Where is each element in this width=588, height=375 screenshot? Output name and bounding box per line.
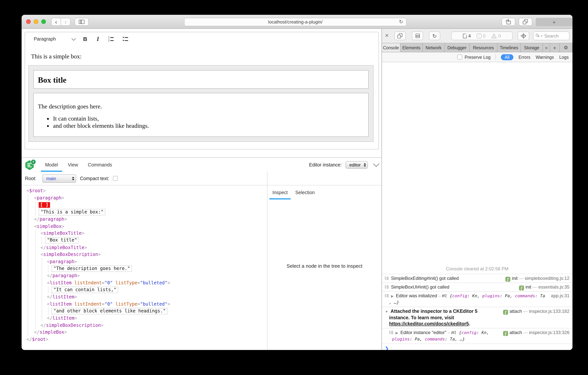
sidebar-button[interactable] (75, 18, 89, 26)
devtools-tab-network[interactable]: Network (423, 43, 445, 52)
tree-node-simpleBox[interactable]: <simpleBox> (21, 223, 267, 230)
simple-box-description[interactable]: The description goes here. It can contai… (33, 93, 369, 137)
reload-icon[interactable]: ↻ (399, 19, 403, 25)
console-row[interactable]: ▶Editor was initialized – Hl {config: Kn… (382, 291, 572, 307)
tree-node-$root[interactable]: <$root> (21, 187, 267, 194)
close-window-button[interactable] (26, 19, 31, 24)
disclosure-triangle-icon[interactable]: ▶ (391, 293, 394, 299)
paragraph-style-dropdown[interactable]: Paragraph (34, 36, 56, 42)
dock-to-bottom-button[interactable] (412, 32, 423, 40)
text-node[interactable]: "This is a simple box:" (39, 209, 105, 215)
inspector-tab-view[interactable]: View (63, 158, 83, 172)
devtools-reload-button[interactable]: ↻ (429, 32, 440, 40)
simple-box-title[interactable]: Box title (33, 70, 369, 89)
scope-filter-all[interactable]: All (501, 54, 513, 60)
italic-button[interactable]: I (97, 35, 99, 42)
new-tab-button[interactable]: + (536, 18, 572, 26)
console-source-location[interactable]: app.js:31 (551, 293, 569, 299)
side-tab-selection[interactable]: Selection (292, 186, 319, 199)
preserve-log-checkbox[interactable] (457, 55, 462, 60)
scope-filter-warnings[interactable]: Warnings (536, 55, 554, 59)
tree-node-str[interactable]: "This is a simple box:" (21, 209, 267, 216)
console-link[interactable]: https://ckeditor.com/docs/ckeditor5 (389, 321, 469, 326)
console-row[interactable]: ▶Editor instance "editor" – Hl {config: … (382, 328, 572, 343)
devtools-settings-gear-icon[interactable]: ⚙ (560, 43, 572, 52)
tree-node-listItem[interactable]: <listItem listIndent="0" listType="bulle… (21, 300, 267, 308)
tree-node-listItem[interactable]: </listItem> (21, 315, 267, 322)
scope-filter-errors[interactable]: Errors (518, 55, 530, 59)
devtools-new-tab-icon[interactable]: + (550, 43, 560, 52)
tab-overview-button[interactable] (519, 18, 532, 26)
console-row[interactable]: ▼Attached the inspector to a CKEditor 5i… (382, 307, 572, 328)
disclosure-triangle-icon[interactable]: ▼ (385, 309, 388, 315)
inspector-tab-commands[interactable]: Commands (83, 158, 117, 172)
editor-editable-area[interactable]: This is a simple box: Box title The desc… (25, 45, 379, 149)
devtools-search-field[interactable]: ▾ Search (533, 32, 569, 40)
text-node[interactable]: "Box title" (45, 237, 79, 244)
search-icon (536, 34, 540, 38)
console-source-location[interactable]: finit — simpleboxediting.js:12 (505, 275, 569, 282)
disclosure-triangle-icon[interactable]: ▶ (396, 330, 398, 336)
share-button[interactable] (502, 18, 515, 26)
text-node[interactable]: "It can contain lists," (52, 287, 118, 293)
tree-node-str[interactable]: "The description goes here." (21, 265, 267, 272)
dock-to-window-button[interactable] (394, 32, 406, 40)
tree-node-simpleBoxDescription[interactable]: </simpleBoxDescription> (21, 322, 267, 329)
tree-node-simpleBoxDescription[interactable]: <simpleBoxDescription> (21, 251, 267, 258)
console-source-location[interactable]: finit — essentials.js:35 (519, 284, 569, 290)
compact-text-checkbox[interactable] (113, 176, 118, 181)
text-node[interactable]: "and other block elements like headings.… (52, 308, 168, 314)
numbered-list-button[interactable]: 1 2 (108, 36, 114, 41)
side-tab-inspect[interactable]: Inspect (269, 186, 292, 199)
back-icon: ‹ (55, 18, 57, 25)
resource-status-lozenge[interactable]: 4 ! 0 ! 0 (451, 32, 513, 40)
devtools-tab-console[interactable]: Console (382, 43, 400, 52)
tree-node-simpleBoxTitle[interactable]: </simpleBoxTitle> (21, 244, 267, 251)
tree-node-paragraph[interactable]: <paragraph> (21, 194, 267, 201)
tree-node-simpleBoxTitle[interactable]: <simpleBoxTitle> (21, 230, 267, 237)
zoom-window-button[interactable] (41, 19, 46, 24)
tree-node-$root[interactable]: </$root> (21, 336, 267, 343)
simple-box-widget[interactable]: Box title The description goes here. It … (28, 65, 374, 142)
root-select[interactable]: main (42, 174, 76, 183)
chevron-down-icon[interactable] (72, 36, 76, 41)
minimize-window-button[interactable] (34, 19, 38, 24)
tree-node-listItem[interactable]: </listItem> (21, 294, 267, 300)
log-icon (385, 285, 389, 289)
element-picker-button[interactable] (517, 32, 529, 40)
devtools-tab-timelines[interactable]: Timelines (498, 43, 521, 52)
text-node[interactable]: "The description goes here." (52, 265, 132, 272)
panel-divider[interactable] (267, 172, 267, 350)
close-devtools-button[interactable]: × (385, 32, 389, 40)
tree-node-str[interactable]: "and other block elements like headings.… (21, 308, 267, 315)
intro-paragraph[interactable]: This is a simple box: (31, 53, 82, 60)
console-row[interactable]: SimpleBoxEditing#init() got calledfinit … (382, 274, 572, 283)
devtools-tab-debugger[interactable]: Debugger (445, 43, 470, 52)
scope-filter-logs[interactable]: Logs (559, 55, 569, 59)
devtools-tab-elements[interactable]: Elements (400, 43, 423, 52)
bold-button[interactable]: B (83, 36, 87, 42)
tree-node-paragraph[interactable]: </paragraph> (21, 216, 267, 222)
console-row[interactable]: SimpleBoxUI#init() got calledfinit — ess… (382, 283, 572, 291)
tree-node-str[interactable]: "It can contain lists," (21, 286, 267, 293)
collapse-inspector-icon[interactable] (373, 160, 379, 167)
tree-node-marker[interactable]: [ ] (21, 201, 267, 209)
console-source-location[interactable]: fattach — inspector.js:133:326 (503, 330, 569, 336)
devtools-tab-overflow-icon[interactable]: » (543, 43, 550, 52)
forward-button[interactable]: › (61, 18, 71, 26)
tree-node-paragraph[interactable]: </paragraph> (21, 272, 267, 279)
editor-instance-select[interactable]: editor (346, 161, 368, 168)
devtools-tab-storage[interactable]: Storage (521, 43, 543, 52)
tree-node-simpleBox[interactable]: </simpleBox> (21, 329, 267, 336)
bulleted-list-button[interactable] (123, 36, 128, 41)
console-source-location[interactable]: fattach — inspector.js:133:182 (503, 308, 569, 315)
console-prompt[interactable]: ❯ (385, 346, 572, 350)
preserve-log-control[interactable]: Preserve Log (457, 55, 491, 60)
back-button[interactable]: ‹ (51, 18, 61, 26)
tree-node-paragraph[interactable]: <paragraph> (21, 258, 267, 265)
tree-node-str[interactable]: "Box title" (21, 237, 267, 244)
inspector-tab-model[interactable]: Model (40, 158, 63, 172)
tree-node-listItem[interactable]: <listItem listIndent="0" listType="bulle… (21, 279, 267, 286)
address-bar[interactable]: localhost/creating-a-plugin/ ↻ (184, 18, 407, 26)
devtools-tab-resources[interactable]: Resources (470, 43, 498, 52)
